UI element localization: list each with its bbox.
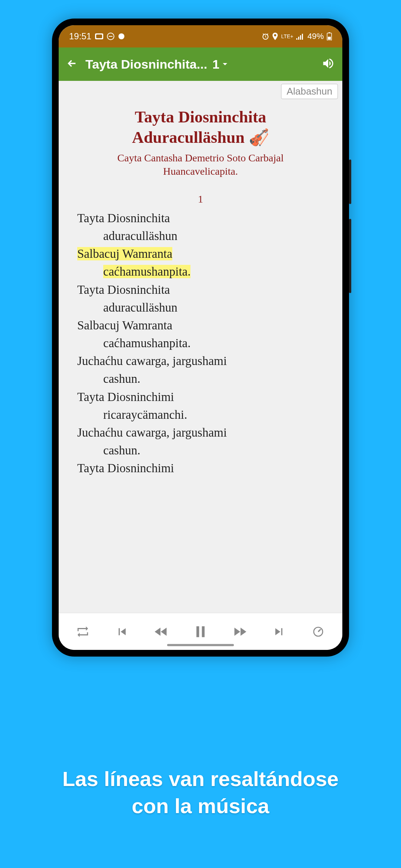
repeat-button[interactable] — [72, 621, 94, 643]
speed-button[interactable] — [307, 621, 329, 643]
lyric-line[interactable]: Tayta Diosninchimi — [77, 388, 324, 405]
status-left: 19:51 — [69, 31, 125, 42]
violin-icon: 🎻 — [249, 128, 269, 147]
chapter-number: 1 — [212, 57, 219, 72]
notification-icon — [95, 33, 103, 39]
lyric-line[interactable]: Tayta Diosninchimi — [77, 460, 324, 477]
status-bar: 19:51 LTE+ — [59, 25, 342, 47]
song-subtitle: Cayta Cantasha Demetrio Soto Carbajal Hu… — [74, 151, 327, 178]
status-right: LTE+ 49% — [262, 32, 332, 41]
alarm-icon — [262, 33, 269, 40]
category-tag[interactable]: Alabashun — [281, 84, 338, 99]
lyric-line[interactable]: Tayta Diosninchita — [77, 210, 324, 227]
lyric-line[interactable]: caćhamushanpita. — [77, 335, 324, 352]
highlighted-lyric: caćhamushanpita. — [103, 265, 190, 278]
caption-line: con la música — [132, 794, 269, 818]
rewind-button[interactable] — [150, 621, 172, 643]
network-type: LTE+ — [281, 33, 293, 39]
skip-next-button[interactable] — [268, 621, 290, 643]
lyric-line[interactable]: aduraculläshun — [77, 299, 324, 316]
svg-rect-9 — [302, 34, 303, 40]
signal-icon — [296, 33, 304, 40]
dot-icon — [118, 33, 125, 40]
svg-rect-11 — [329, 32, 330, 33]
title-line: Aduraculläshun — [132, 128, 244, 147]
title-line: Tayta Diosninchita — [135, 108, 266, 126]
chapter-selector[interactable]: 1 — [212, 57, 228, 72]
app-title-text: Tayta Diosninchita... — [85, 57, 207, 72]
skip-previous-button[interactable] — [111, 621, 133, 643]
status-time: 19:51 — [69, 31, 91, 42]
back-button[interactable] — [66, 57, 78, 71]
lyric-line[interactable]: aduraculläshun — [77, 227, 324, 244]
svg-rect-13 — [196, 626, 199, 637]
phone-side-button — [349, 160, 351, 204]
svg-rect-7 — [298, 37, 299, 40]
lyrics-container: Tayta DiosninchitaaduraculläshunSalbacuj… — [59, 210, 342, 477]
fast-forward-button[interactable] — [229, 621, 251, 643]
promo-caption: Las líneas van resaltándose con la músic… — [0, 766, 401, 820]
highlighted-lyric: Salbacuj Wamranta — [77, 247, 172, 260]
lyric-line[interactable]: Juchaćhu cawarga, jargushami — [77, 424, 324, 441]
volume-button[interactable] — [322, 57, 335, 72]
pause-button[interactable] — [189, 621, 212, 643]
subtitle-line: Huancavelicapita. — [163, 165, 238, 177]
svg-rect-3 — [109, 36, 113, 37]
lyric-line[interactable]: cashun. — [77, 370, 324, 387]
caption-line: Las líneas van resaltándose — [62, 767, 339, 790]
svg-rect-1 — [96, 34, 102, 38]
lyric-line[interactable]: Tayta Diosninchita — [77, 281, 324, 298]
svg-point-4 — [118, 33, 124, 39]
lyric-line[interactable]: Salbacuj Wamranta — [77, 245, 324, 262]
home-indicator[interactable] — [167, 644, 234, 646]
subtitle-line: Cayta Cantasha Demetrio Soto Carbajal — [117, 152, 284, 164]
phone-screen: 19:51 LTE+ — [59, 25, 342, 650]
lyric-line[interactable]: Salbacuj Wamranta — [77, 317, 324, 334]
minus-circle-icon — [107, 33, 114, 40]
lyric-line[interactable]: caćhamushanpita. — [77, 263, 324, 280]
lyric-line[interactable]: ricaraycämanchi. — [77, 406, 324, 423]
lyric-line[interactable]: Juchaćhu cawarga, jargushami — [77, 352, 324, 369]
verse-number: 1 — [59, 193, 342, 205]
song-title: Tayta Diosninchita Aduraculläshun 🎻 — [74, 107, 327, 148]
battery-percent: 49% — [307, 32, 324, 41]
svg-rect-8 — [300, 35, 301, 40]
app-title-area[interactable]: Tayta Diosninchita... 1 — [85, 57, 314, 72]
phone-side-button — [349, 219, 351, 293]
app-bar: Tayta Diosninchita... 1 — [59, 47, 342, 81]
svg-rect-14 — [202, 626, 205, 637]
lyric-line[interactable]: cashun. — [77, 442, 324, 459]
phone-frame: 19:51 LTE+ — [52, 19, 349, 657]
svg-rect-12 — [328, 37, 331, 40]
location-icon — [272, 33, 278, 40]
battery-icon — [327, 32, 332, 40]
svg-rect-6 — [296, 38, 297, 40]
content-area[interactable]: Alabashun Tayta Diosninchita Aduraculläs… — [59, 81, 342, 613]
